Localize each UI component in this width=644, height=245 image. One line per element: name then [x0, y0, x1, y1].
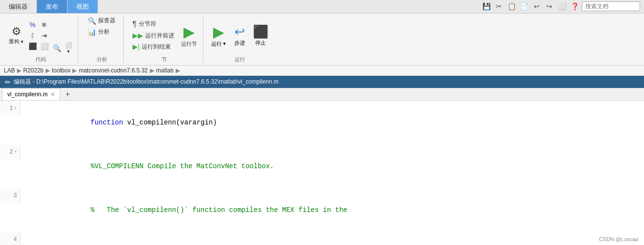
window-icon[interactable]: ⬜ — [557, 1, 567, 12]
code-btn-6[interactable]: ⬜ — [39, 41, 50, 51]
line-gutter-2: 2 ▾ — [0, 145, 20, 159]
code-btn-8[interactable]: ⬜▼ — [63, 41, 74, 55]
code-btn-2[interactable]: ✱ — [39, 20, 50, 30]
editor-header: ✏ 编辑器 - D:\Program Files\MATLAB\R2022b\t… — [0, 76, 644, 88]
run-advance-button[interactable]: ▶▶ 运行并前进 — [130, 31, 177, 41]
step-button[interactable]: ↩ 步进 — [232, 22, 247, 49]
refactor-button[interactable]: ⚙ — [8, 25, 25, 38]
paste-icon[interactable]: 📄 — [519, 1, 529, 12]
fold-btn-1[interactable]: ▾ — [14, 101, 17, 116]
analysis-group-label: 分析 — [97, 56, 107, 63]
run-button[interactable]: ▶ 运行▼ — [209, 21, 229, 50]
toolbar-content: ⚙ 重构▼ % ✱ — [0, 14, 644, 65]
tab-publish[interactable]: 发布 — [37, 0, 67, 13]
analysis-buttons: 🔍 探查器 📊 分析 — [85, 16, 118, 55]
tab-bar: vl_compilenn.m ✕ + — [0, 88, 644, 101]
code-group-label: 代码 — [35, 56, 46, 63]
analysis-button[interactable]: 📊 分析 — [85, 27, 113, 37]
run-section-button[interactable]: ▶ 运行节 — [179, 21, 199, 50]
breadcrumb-item-2[interactable]: toolbox — [52, 67, 71, 74]
table-row: 2 ▾ %VL_COMPILENN Compile the MatConvNet… — [0, 144, 644, 188]
line-num-3: 3 — [13, 189, 17, 203]
undo-icon[interactable]: ↩ — [531, 1, 542, 12]
search-input[interactable] — [582, 1, 640, 11]
stop-button[interactable]: ⬛ 停止 — [251, 22, 270, 49]
group-analysis: 🔍 探查器 📊 分析 分析 — [80, 16, 124, 63]
code-btn-3[interactable]: ‡ — [27, 31, 38, 40]
line-num-2: 2 — [9, 145, 13, 159]
code-btn-4[interactable]: ⇥ — [39, 31, 50, 40]
file-tab-name: vl_compilenn.m — [7, 91, 48, 98]
toolbar-tabs: 编辑器 发布 视图 💾 ✂ 📋 📄 ↩ ↪ ⬜ ❓ — [0, 0, 644, 14]
breadcrumb-sep-4: ▶ — [176, 67, 180, 74]
toolbar: 编辑器 发布 视图 💾 ✂ 📋 📄 ↩ ↪ ⬜ ❓ — [0, 0, 644, 66]
help-icon[interactable]: ❓ — [569, 1, 580, 12]
code-content-1: function vl_compilenn(varargin) — [20, 101, 217, 144]
run-buttons: ▶ 运行▼ ↩ 步进 ⬛ 停止 — [209, 16, 270, 55]
code-content-4: % MatConvNet toolbox. See below for the … — [20, 232, 368, 245]
copy-icon[interactable]: 📋 — [506, 1, 517, 12]
line-gutter-3: 3 — [0, 189, 20, 203]
breadcrumb-sep-3: ▶ — [150, 67, 154, 74]
code-editor[interactable]: 1 ▾ function vl_compilenn(varargin) 2 ▾ — [0, 101, 644, 245]
breadcrumb-sep-0: ▶ — [17, 67, 21, 74]
section-group-label: 节 — [162, 56, 167, 63]
line-gutter-1: 1 ▾ — [0, 101, 20, 116]
table-row: 3 % The `vl_compilenn()` function compil… — [0, 188, 644, 232]
code-btn-5[interactable]: ⬛ — [27, 41, 38, 51]
add-tab-button[interactable]: + — [62, 89, 73, 100]
breadcrumb-item-0[interactable]: LAB — [4, 67, 15, 74]
line-num-1: 1 — [9, 101, 13, 116]
cut-icon[interactable]: ✂ — [494, 1, 504, 12]
file-tab[interactable]: vl_compilenn.m ✕ — [2, 88, 60, 100]
run-group-label: 运行 — [234, 56, 245, 63]
breadcrumb-item-4[interactable]: matlab — [156, 67, 174, 74]
code-content-2: %VL_COMPILENN Compile the MatConvNet too… — [20, 144, 274, 188]
fold-btn-2[interactable]: ▾ — [14, 145, 17, 159]
tab-close-button[interactable]: ✕ — [50, 91, 55, 98]
code-content-3: % The `vl_compilenn()` function compiles… — [20, 188, 347, 232]
watermark: CSDN @Luscaa — [599, 236, 638, 242]
table-row: 4 % MatConvNet toolbox. See below for th… — [0, 232, 644, 245]
code-buttons: ⚙ 重构▼ % ✱ — [8, 16, 74, 55]
run-end-button[interactable]: ▶| 运行到结束 — [130, 42, 177, 52]
code-btn-7[interactable]: 🔍 — [51, 41, 62, 55]
tab-view[interactable]: 视图 — [67, 0, 98, 13]
main-area: LAB ▶ R2022b ▶ toolbox ▶ matconvnet-cudn… — [0, 66, 644, 245]
breadcrumb: LAB ▶ R2022b ▶ toolbox ▶ matconvnet-cudn… — [0, 66, 644, 76]
section-mark-button[interactable]: ¶ 分节符 — [130, 19, 177, 30]
line-num-4: 4 — [13, 232, 17, 245]
code-lines: 1 ▾ function vl_compilenn(varargin) 2 ▾ — [0, 101, 644, 245]
breadcrumb-sep-1: ▶ — [46, 67, 50, 74]
tab-editor[interactable]: 编辑器 — [0, 0, 37, 13]
breadcrumb-item-1[interactable]: R2022b — [23, 67, 44, 74]
refactor-label[interactable]: 重构▼ — [9, 38, 24, 45]
section-buttons: ¶ 分节符 ▶▶ 运行并前进 ▶| 运行到结束 ▶ — [130, 16, 199, 55]
toolbar-right-icons: 💾 ✂ 📋 📄 ↩ ↪ ⬜ ❓ — [481, 1, 640, 12]
breadcrumb-sep-2: ▶ — [72, 67, 77, 74]
explorer-button[interactable]: 🔍 探查器 — [85, 16, 118, 26]
code-btn-1[interactable]: % — [27, 20, 38, 30]
line-gutter-4: 4 — [0, 232, 20, 245]
save-icon[interactable]: 💾 — [481, 1, 492, 12]
editor-path: 编辑器 - D:\Program Files\MATLAB\R2022b\too… — [14, 78, 279, 86]
table-row: 1 ▾ function vl_compilenn(varargin) — [0, 101, 644, 144]
group-section: ¶ 分节符 ▶▶ 运行并前进 ▶| 运行到结束 ▶ — [126, 16, 203, 63]
group-run: ▶ 运行▼ ↩ 步进 ⬛ 停止 运行 — [205, 16, 274, 63]
breadcrumb-item-3[interactable]: matconvnet-cudnn7.6.5.32 — [79, 67, 148, 74]
group-code: ⚙ 重构▼ % ✱ — [4, 16, 78, 63]
editor-pencil-icon: ✏ — [5, 78, 11, 86]
redo-icon[interactable]: ↪ — [544, 1, 555, 12]
